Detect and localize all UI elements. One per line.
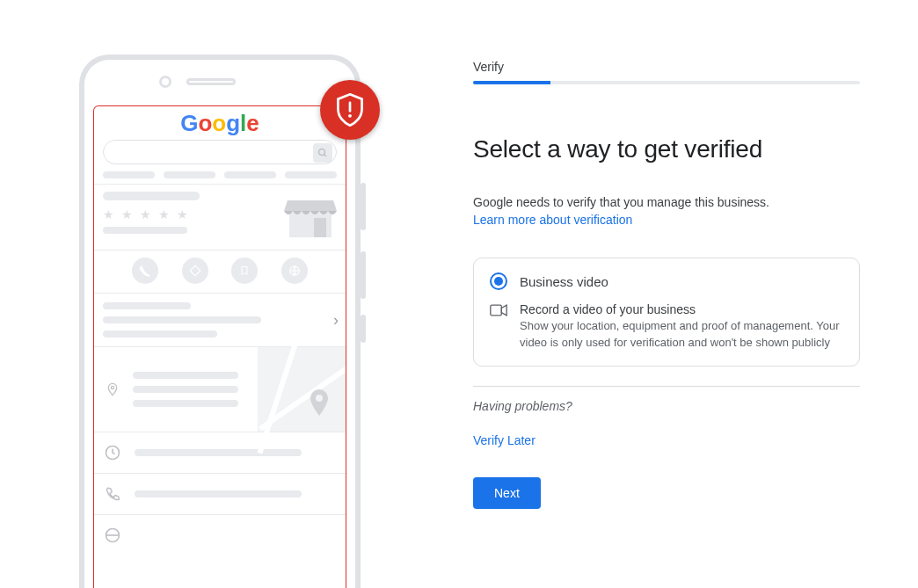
svg-rect-12 [491,305,502,316]
map-thumbnail [258,347,346,432]
action-icons-row [94,250,346,293]
progress-fill [473,81,550,84]
save-icon [231,258,258,284]
tab-pills [94,171,346,184]
radio-option[interactable]: Business video [490,272,843,290]
subtext: Google needs to verify that you manage t… [473,193,860,212]
phone-speaker [186,78,236,85]
svg-point-7 [316,395,323,402]
phone-illustration: Google ★ ★ ★ ★ ★ [79,54,361,588]
verify-panel: Verify Select a way to get verified Goog… [473,60,860,509]
svg-point-11 [348,114,352,118]
phone-screen: Google ★ ★ ★ ★ ★ [93,105,346,588]
website-icon [281,258,308,284]
google-logo: Google [94,106,346,134]
map-pin-icon [309,389,330,416]
chevron-right-icon: › [333,311,339,330]
hours-row [94,432,346,473]
svg-point-0 [319,149,325,156]
divider [473,386,860,387]
svg-rect-3 [314,218,326,237]
phone-side-button [361,183,366,230]
pin-icon [103,380,122,399]
verification-option-card[interactable]: Business video Record a video of your bu… [473,258,860,367]
call-icon [132,258,158,284]
phone-side-button [361,315,366,343]
verify-later-link[interactable]: Verify Later [473,433,536,447]
video-camera-icon [490,304,507,316]
search-bar-placeholder [103,140,337,164]
star-rating-icon: ★ ★ ★ ★ ★ [103,207,200,221]
next-button[interactable]: Next [473,477,541,509]
address-row [94,347,346,432]
directions-icon [182,258,208,284]
progress-bar [473,81,860,84]
alert-shield-badge [320,80,380,140]
description-row: › [94,294,346,346]
option-detail-title: Record a video of your business [520,302,843,316]
learn-more-link[interactable]: Learn more about verification [473,213,632,227]
knowledge-panel: ★ ★ ★ ★ ★ [94,185,346,250]
step-label: Verify [473,60,860,74]
svg-point-6 [111,386,113,388]
clock-icon [103,443,122,462]
shield-alert-icon [335,93,365,127]
phone-number-row [94,474,346,514]
phone-camera-dot [159,76,171,88]
svg-line-1 [324,155,327,157]
search-icon [313,143,332,163]
having-problems-text: Having problems? [473,399,860,413]
svg-rect-4 [190,265,200,276]
phone-side-button [361,251,366,299]
globe-icon [103,526,122,545]
option-detail-desc: Show your location, equipment and proof … [520,318,843,352]
website-row [94,515,346,555]
phone-icon [103,484,122,504]
option-label: Business video [520,274,608,289]
radio-selected-icon[interactable] [490,272,507,290]
storefront-icon [284,192,337,239]
page-title: Select a way to get verified [473,135,860,163]
